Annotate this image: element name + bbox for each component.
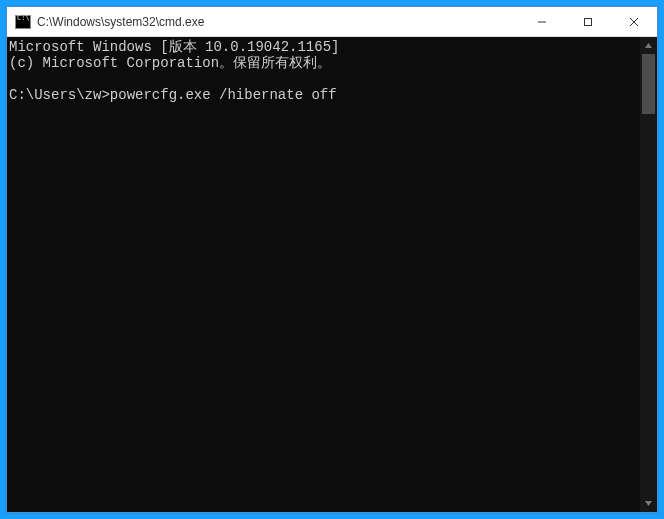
- scroll-track[interactable]: [640, 54, 657, 495]
- vertical-scrollbar[interactable]: [640, 37, 657, 512]
- output-line-copyright: (c) Microsoft Corporation。保留所有权利。: [9, 55, 331, 71]
- window-title: C:\Windows\system32\cmd.exe: [37, 15, 519, 29]
- window-controls: [519, 7, 657, 36]
- console-output[interactable]: Microsoft Windows [版本 10.0.19042.1165] (…: [7, 37, 640, 512]
- console-area: Microsoft Windows [版本 10.0.19042.1165] (…: [7, 37, 657, 512]
- cmd-icon: [15, 15, 31, 29]
- output-line-version: Microsoft Windows [版本 10.0.19042.1165]: [9, 39, 339, 55]
- prompt: C:\Users\zw>: [9, 87, 110, 103]
- scroll-thumb[interactable]: [642, 54, 655, 114]
- svg-rect-1: [585, 18, 592, 25]
- svg-marker-4: [645, 43, 652, 48]
- titlebar[interactable]: C:\Windows\system32\cmd.exe: [7, 7, 657, 37]
- scroll-up-button[interactable]: [640, 37, 657, 54]
- close-button[interactable]: [611, 7, 657, 36]
- typed-command: powercfg.exe /hibernate off: [110, 87, 337, 103]
- svg-marker-5: [645, 501, 652, 506]
- minimize-button[interactable]: [519, 7, 565, 36]
- maximize-button[interactable]: [565, 7, 611, 36]
- scroll-down-button[interactable]: [640, 495, 657, 512]
- prompt-line: C:\Users\zw>powercfg.exe /hibernate off: [9, 87, 337, 103]
- cmd-window: C:\Windows\system32\cmd.exe Microsoft Wi…: [6, 6, 658, 513]
